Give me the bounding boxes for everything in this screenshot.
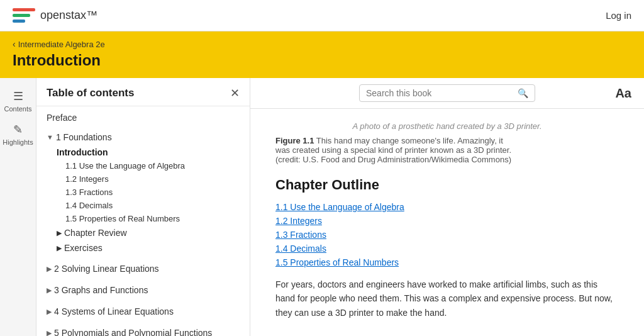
toc-chapter-header-2[interactable]: ▶ 2 Solving Linear Equations xyxy=(36,260,250,277)
logo-line-3 xyxy=(13,20,25,23)
toc-panel: Table of contents ✕ Preface ▼ 1 Foundati… xyxy=(36,78,250,336)
breadcrumb-text[interactable]: Intermediate Algebra 2e xyxy=(18,40,105,49)
toc-section-1-5[interactable]: 1.5 Properties of Real Numbers xyxy=(36,212,250,225)
chapter-1-label: Foundations xyxy=(64,132,112,142)
main-content: 🔍 Aa A photo of a prosthetic hand create… xyxy=(250,78,644,336)
outline-link-1-1[interactable]: 1.1 Use the Language of Algebra xyxy=(275,202,619,212)
chapter-5-label: Polynomials and Polynomial Functions xyxy=(62,328,213,336)
figure-alt-text: A photo of a prosthetic hand created by … xyxy=(275,121,619,131)
logo-icon xyxy=(13,6,35,25)
toc-chapter-4: ▶ 4 Systems of Linear Equations xyxy=(36,301,250,322)
exercises-label: Exercises xyxy=(64,243,103,253)
content-toolbar: 🔍 Aa xyxy=(250,78,644,109)
toc-exercises[interactable]: ▶ Exercises xyxy=(36,240,250,255)
toc-scroll[interactable]: Preface ▼ 1 Foundations Introduction 1.1… xyxy=(36,106,250,336)
figure-caption: Figure 1.1 This hand may change someone'… xyxy=(275,136,514,164)
logo-area: openstax™ xyxy=(13,6,97,25)
chapter-review-label: Chapter Review xyxy=(64,228,127,238)
chapter-3-label: Graphs and Functions xyxy=(62,285,148,295)
content-body[interactable]: A photo of a prosthetic hand created by … xyxy=(250,109,644,336)
outline-link-1-2[interactable]: 1.2 Integers xyxy=(275,216,619,226)
chapter-1-number: 1 xyxy=(56,132,61,142)
sidebar-label-contents: Contents xyxy=(4,105,31,113)
toc-section-intro[interactable]: Introduction xyxy=(36,145,250,159)
back-chevron-icon: ‹ xyxy=(13,39,16,49)
logo-line-2 xyxy=(13,14,30,17)
toc-section-1-1[interactable]: 1.1 Use the Language of Algebra xyxy=(36,159,250,172)
breadcrumb[interactable]: ‹ Intermediate Algebra 2e xyxy=(13,39,631,49)
outline-link-1-4[interactable]: 1.4 Decimals xyxy=(275,244,619,254)
chapter-3-arrow: ▶ xyxy=(47,286,52,294)
logo-line-1 xyxy=(13,8,35,11)
chapter-outline-title: Chapter Outline xyxy=(275,177,619,193)
chapter-2-number: 2 xyxy=(54,264,59,274)
top-nav: openstax™ Log in xyxy=(0,0,644,31)
chapter-5-arrow: ▶ xyxy=(47,329,52,337)
toc-chapter-header-1[interactable]: ▼ 1 Foundations xyxy=(36,129,250,145)
toc-section-1-3[interactable]: 1.3 Fractions xyxy=(36,186,250,199)
search-input[interactable] xyxy=(366,88,514,98)
toc-chapter-header-3[interactable]: ▶ 3 Graphs and Functions xyxy=(36,282,250,298)
toc-chapter-header-5[interactable]: ▶ 5 Polynomials and Polynomial Functions xyxy=(36,325,250,336)
logo-text: openstax™ xyxy=(40,9,97,22)
toc-chapter-review[interactable]: ▶ Chapter Review xyxy=(36,225,250,240)
highlights-icon: ✎ xyxy=(13,123,23,137)
toc-close-button[interactable]: ✕ xyxy=(230,87,240,99)
sidebar-item-highlights[interactable]: ✎ Highlights xyxy=(0,118,36,151)
toc-section-1-4[interactable]: 1.4 Decimals xyxy=(36,199,250,212)
toc-preface[interactable]: Preface xyxy=(36,106,250,126)
chapter-3-number: 3 xyxy=(54,285,59,295)
exercises-arrow: ▶ xyxy=(57,244,62,252)
search-box[interactable]: 🔍 xyxy=(359,84,535,102)
search-icon: 🔍 xyxy=(518,88,528,98)
toc-chapter-5: ▶ 5 Polynomials and Polynomial Functions xyxy=(36,322,250,336)
outline-link-1-3[interactable]: 1.3 Fractions xyxy=(275,230,619,240)
chapter-4-label: Systems of Linear Equations xyxy=(62,306,174,316)
yellow-header: ‹ Intermediate Algebra 2e Introduction xyxy=(0,31,644,78)
page-title: Introduction xyxy=(13,52,631,69)
chapter-1-arrow: ▼ xyxy=(47,133,53,141)
chapter-2-arrow: ▶ xyxy=(47,265,52,273)
chapter-5-number: 5 xyxy=(54,328,59,336)
sidebar-item-contents[interactable]: ☰ Contents xyxy=(0,84,36,118)
font-size-button[interactable]: Aa xyxy=(615,86,631,101)
chapter-4-arrow: ▶ xyxy=(47,308,52,316)
toc-header: Table of contents ✕ xyxy=(36,78,250,106)
chapter-4-number: 4 xyxy=(54,306,59,316)
contents-icon: ☰ xyxy=(13,89,23,103)
content-paragraph: For years, doctors and engineers have wo… xyxy=(275,277,619,320)
toc-chapter-1: ▼ 1 Foundations Introduction 1.1 Use the… xyxy=(36,126,250,258)
toc-chapter-header-4[interactable]: ▶ 4 Systems of Linear Equations xyxy=(36,303,250,320)
outline-link-1-5[interactable]: 1.5 Properties of Real Numbers xyxy=(275,257,619,267)
chapter-review-arrow: ▶ xyxy=(57,229,62,237)
sidebar-icons: ☰ Contents ✎ Highlights xyxy=(0,78,36,336)
chapter-2-label: Solving Linear Equations xyxy=(62,264,159,274)
toc-chapter-3: ▶ 3 Graphs and Functions xyxy=(36,279,250,301)
login-button[interactable]: Log in xyxy=(606,10,631,21)
main-layout: ☰ Contents ✎ Highlights Table of content… xyxy=(0,78,644,336)
figure-label: Figure 1.1 xyxy=(275,136,314,145)
toc-chapter-2: ▶ 2 Solving Linear Equations xyxy=(36,258,250,279)
toc-title: Table of contents xyxy=(47,87,134,99)
toc-section-1-2[interactable]: 1.2 Integers xyxy=(36,172,250,186)
sidebar-label-highlights: Highlights xyxy=(3,138,33,146)
